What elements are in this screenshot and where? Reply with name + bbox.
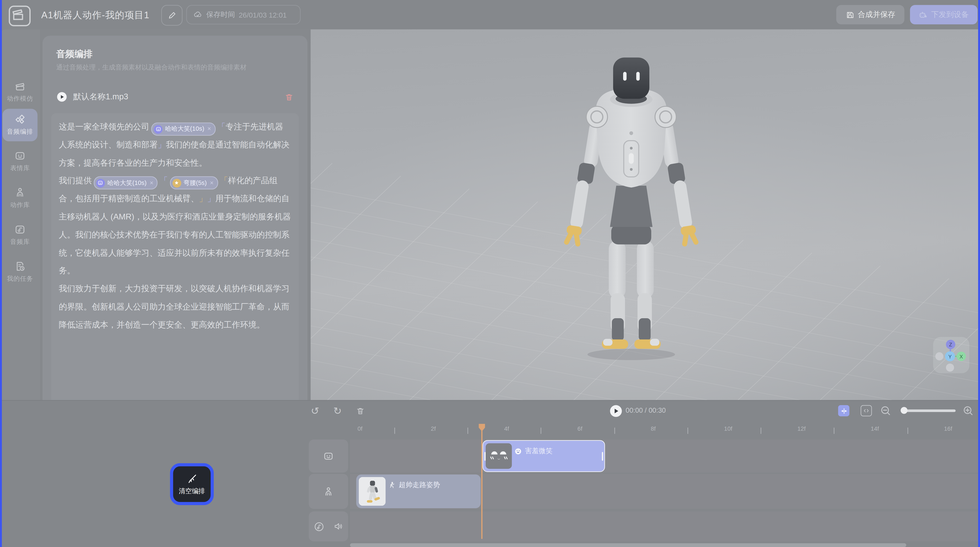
script-text: 用于物流和仓储的自主移动机器人 (AMR)，以及为医疗和酒店业量身定制的服务机器… [59,194,291,275]
snap-icon [840,407,847,414]
range-bracket: 「 [220,176,228,185]
play-button[interactable] [609,404,622,418]
merge-save-button[interactable]: 合成并保存 [836,5,904,24]
ruler-tick [468,427,468,434]
sidebar-item-expression-library[interactable]: 表情库 [0,150,40,172]
range-bracket: 」 [158,140,166,149]
tag-label: 哈哈大笑(10s) [107,174,146,192]
ruler-frame-label: 6f [578,425,582,432]
viewport-3d[interactable]: Z Y X [311,29,978,400]
trash-icon [355,406,365,415]
expression-face-icon [96,179,105,188]
ruler-tick [907,427,908,434]
clip-trim-handle-left[interactable] [484,452,486,461]
ruler-frame-label: 8f [651,425,655,432]
clear-arrange-button[interactable]: 清空编排 [170,463,214,505]
sidebar-item-action-library[interactable]: 动作库 [0,187,40,209]
tag-label: 弯腰(5s) [183,174,207,192]
expression-clip[interactable]: 害羞微笑 [482,440,605,472]
gizmo-y-label: Y [948,354,951,359]
action-track-header [309,474,348,509]
window-edge-left [0,0,2,547]
expression-tag[interactable]: 哈哈大笑(10s)× [94,177,158,190]
audio-file-name: 默认名称1.mp3 [73,91,279,102]
sidebar-item-label: 音频编排 [7,128,33,136]
sidebar-item-audio-arrange[interactable]: 音频编排 [3,109,38,141]
script-text: 我们致力于创新，大力投资于研发，以突破人机协作和机器学习的界限。创新机器人公司助… [59,284,290,329]
undo-button[interactable]: ↺ [307,403,323,418]
expression-track-lane[interactable] [350,439,978,472]
ruler-frame-label: 4f [504,425,509,432]
play-audio-button[interactable] [56,91,68,102]
ruler-tick [834,427,835,434]
tag-remove-button[interactable]: × [210,174,213,192]
cloud-check-icon [193,10,202,19]
zoom-slider-handle[interactable] [900,407,907,414]
script-editor[interactable]: 这是一家全球领先的公司哈哈大笑(10s)×「专注于先进机器人系统的设计、制造和部… [51,113,299,442]
music-box-icon [14,224,25,235]
ruler-frame-label: 10f [724,425,732,432]
sidebar-item-motion-mimic[interactable]: 动作模仿 [0,81,40,103]
action-clip-label: 超帅走路姿势 [388,480,440,490]
sidebar-item-my-tasks[interactable]: 我的任务 [0,261,40,283]
speaker-icon[interactable] [333,521,343,531]
redo-button[interactable]: ↻ [330,403,345,418]
orientation-gizmo[interactable]: Z Y X [933,337,969,373]
gizmo-x-label: X [960,354,963,359]
gizmo-z-label: Z [949,342,952,348]
fit-timeline-button[interactable] [861,405,872,416]
viewport-scene: Z Y X [311,29,978,400]
clip-trim-handle-right[interactable] [602,452,603,461]
deploy-to-device-button[interactable]: 下发到设备 [910,5,978,24]
gizmo-axis-neg-x[interactable] [935,352,943,360]
expression-tag[interactable]: 哈哈大笑(10s)× [151,123,215,136]
fit-width-icon [863,408,869,414]
robot-download-icon [919,10,928,19]
action-tag[interactable]: 弯腰(5s)× [170,177,218,190]
zoom-out-icon[interactable] [880,405,891,416]
audio-track-header [309,512,348,542]
expression-track-header [309,439,348,472]
deploy-label: 下发到设备 [931,9,969,20]
zoom-in-icon[interactable] [963,405,974,416]
project-title: A1机器人动作-我的项目1 [41,9,150,21]
playhead-handle[interactable] [478,423,485,432]
audio-track-lane[interactable] [350,512,978,542]
ruler-tick [687,427,688,434]
script-paragraph: 我们提供哈哈大笑(10s)×「弯腰(5s)×「样化的产品组合，包括用于精密制造的… [59,172,291,280]
merge-save-label: 合成并保存 [858,9,895,20]
sidebar-item-audio-library[interactable]: 音频库 [0,224,40,246]
gizmo-axis-neg-z[interactable] [946,364,954,372]
tag-remove-button[interactable]: × [150,174,153,192]
save-time-value: 26/01/03 12:01 [239,11,286,18]
playhead-line[interactable] [481,429,482,539]
timeline-panel: ↺ ↻ 00:00 / 00:30 0f2f4f6f8f10f12f14f16f [0,400,980,547]
timeline-zoom-slider[interactable] [902,410,956,411]
app-logo-icon[interactable] [9,6,30,26]
script-text: 我们提供 [59,176,92,185]
ruler-frame-label: 16f [944,425,952,432]
delete-clip-button[interactable] [352,403,368,418]
robot-face-icon [14,150,25,161]
snap-toggle-button[interactable] [838,405,849,416]
sidebar-item-label: 动作模仿 [7,94,33,103]
delete-audio-button[interactable] [285,92,294,102]
timeline-scrollbar[interactable] [350,543,906,547]
tag-remove-button[interactable]: × [207,120,211,138]
sidebar-item-label: 表情库 [10,164,30,172]
range-bracket: 「 [160,176,168,185]
music-note-circle-icon [314,521,324,532]
action-clip[interactable]: 超帅走路姿势 [356,475,480,508]
sparkle-diamonds-icon [14,114,25,125]
window-edge-right [978,0,980,547]
audio-file-row: 默认名称1.mp3 [56,89,294,104]
rename-project-button[interactable] [161,5,182,26]
timeline-ruler[interactable]: 0f2f4f6f8f10f12f14f16f [350,423,978,438]
script-paragraph: 这是一家全球领先的公司哈哈大笑(10s)×「专注于先进机器人系统的设计、制造和部… [59,118,291,172]
action-star-icon [172,179,181,188]
script-paragraph: 我们致力于创新，大力投资于研发，以突破人机协作和机器学习的界限。创新机器人公司助… [59,280,291,334]
clapperboard-icon [14,81,25,92]
range-bracket: 」 [199,194,207,203]
broom-clear-icon [186,473,197,483]
walking-person-icon [388,481,396,488]
